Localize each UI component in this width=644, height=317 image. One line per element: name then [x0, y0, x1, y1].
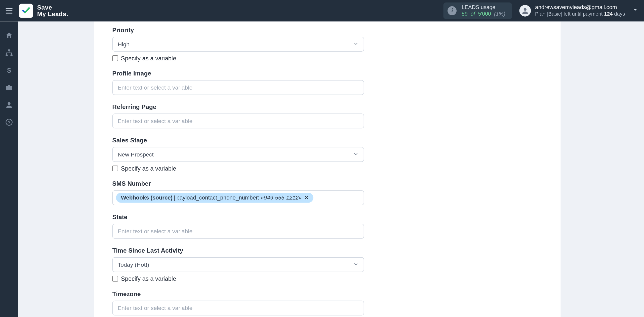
home-icon [5, 31, 13, 40]
input-profile-image[interactable]: Enter text or select a variable [112, 80, 364, 95]
checkbox-row-time-since[interactable]: Specify as a variable [112, 275, 364, 282]
app-logo[interactable] [19, 4, 33, 18]
hamburger-icon [5, 6, 14, 15]
select-priority[interactable]: High [112, 37, 364, 52]
brand-name-line2: My Leads. [37, 11, 68, 18]
svg-rect-9 [8, 85, 10, 86]
avatar [519, 5, 531, 17]
token-remove-button[interactable]: ✕ [304, 194, 309, 202]
input-referring-page-placeholder: Enter text or select a variable [118, 118, 359, 124]
token-source: Webhooks (source) [121, 194, 173, 202]
select-priority-value: High [118, 41, 353, 47]
form-card: Priority High Specify as a variable Prof [94, 21, 560, 317]
dollar-icon: $ [5, 66, 13, 74]
sidebar-item-home[interactable] [0, 27, 18, 44]
input-timezone-placeholder: Enter text or select a variable [118, 305, 359, 311]
input-sms-number[interactable]: Webhooks (source) | payload_contact_phon… [112, 190, 364, 205]
field-sales-stage: Sales Stage New Prospect Specify as a va… [112, 137, 364, 172]
sidebar-item-billing[interactable]: $ [0, 62, 18, 78]
mapping-form: Priority High Specify as a variable Prof [112, 21, 364, 317]
checkbox-row-sales-stage[interactable]: Specify as a variable [112, 165, 364, 172]
chevron-down-icon [632, 7, 638, 13]
input-state[interactable]: Enter text or select a variable [112, 224, 364, 239]
input-profile-image-placeholder: Enter text or select a variable [118, 84, 359, 91]
menu-toggle-button[interactable] [0, 0, 18, 21]
svg-rect-2 [6, 13, 13, 14]
chevron-down-icon [353, 41, 359, 48]
input-timezone[interactable]: Enter text or select a variable [112, 301, 364, 315]
input-state-placeholder: Enter text or select a variable [118, 228, 359, 234]
checkbox-sales-stage-label: Specify as a variable [121, 165, 176, 172]
sidebar-item-profile[interactable] [0, 97, 18, 113]
input-referring-page[interactable]: Enter text or select a variable [112, 113, 364, 128]
label-sms-number: SMS Number [112, 180, 364, 187]
checkbox-sales-stage-variable[interactable] [112, 166, 118, 171]
leads-usage-label: LEADS usage: [462, 4, 505, 11]
label-referring-page: Referring Page [112, 103, 364, 110]
checkbox-time-since-label: Specify as a variable [121, 275, 176, 282]
info-icon: i [448, 6, 457, 15]
sidebar-nav: $ ? [0, 21, 18, 317]
leads-usage-text: LEADS usage: 59 of 5'000 (1%) [462, 4, 505, 17]
main-content: Priority High Specify as a variable Prof [18, 21, 644, 317]
field-sms-number: SMS Number Webhooks (source) | payload_c… [112, 180, 364, 205]
svg-rect-8 [6, 86, 12, 90]
svg-rect-0 [6, 8, 13, 9]
select-time-since[interactable]: Today (Hot!) [112, 257, 364, 272]
brand-name-line1: Save [37, 4, 68, 11]
svg-rect-5 [6, 55, 8, 56]
token-sms-number: Webhooks (source) | payload_contact_phon… [116, 193, 313, 203]
token-key: payload_contact_phone_number: [177, 194, 259, 202]
sitemap-icon [5, 49, 13, 57]
sidebar-item-connections[interactable] [0, 45, 18, 61]
svg-rect-1 [6, 10, 13, 11]
checkmark-icon [21, 6, 30, 15]
user-icon [5, 101, 13, 109]
account-email: andrewsavemyleads@gmail.com [535, 4, 625, 11]
sidebar-item-work[interactable] [0, 79, 18, 96]
label-timezone: Timezone [112, 290, 364, 297]
select-time-since-value: Today (Hot!) [118, 261, 353, 268]
svg-rect-4 [8, 49, 10, 51]
days-left-number: 124 [604, 11, 613, 17]
label-sales-stage: Sales Stage [112, 137, 364, 144]
chevron-down-icon [353, 261, 359, 268]
svg-point-3 [524, 8, 527, 11]
leads-usage-used: 59 [462, 11, 468, 17]
select-sales-stage-value: New Prospect [118, 151, 353, 158]
checkbox-time-since-variable[interactable] [112, 276, 118, 282]
label-profile-image: Profile Image [112, 70, 364, 77]
label-state: State [112, 213, 364, 220]
select-sales-stage[interactable]: New Prospect [112, 147, 364, 162]
label-priority: Priority [112, 26, 364, 33]
field-referring-page: Referring Page Enter text or select a va… [112, 103, 364, 128]
help-icon: ? [5, 118, 13, 126]
account-text: andrewsavemyleads@gmail.com Plan |Basic|… [535, 4, 625, 17]
svg-text:$: $ [7, 66, 11, 74]
checkbox-priority-label: Specify as a variable [121, 55, 176, 61]
chevron-down-icon [353, 151, 359, 158]
checkbox-priority-variable[interactable] [112, 55, 118, 61]
account-plan: Plan |Basic| left until payment 124 days [535, 11, 625, 17]
sidebar-item-help[interactable]: ? [0, 114, 18, 131]
briefcase-icon [5, 83, 13, 92]
account-menu[interactable]: andrewsavemyleads@gmail.com Plan |Basic|… [519, 4, 644, 17]
account-dropdown-toggle[interactable] [632, 7, 638, 15]
leads-usage-indicator[interactable]: i LEADS usage: 59 of 5'000 (1%) [444, 3, 512, 19]
token-value: «949-555-1212» [261, 194, 302, 202]
field-time-since-last-activity: Time Since Last Activity Today (Hot!) Sp… [112, 247, 364, 282]
label-time-since: Time Since Last Activity [112, 247, 364, 254]
person-icon [521, 7, 529, 15]
field-profile-image: Profile Image Enter text or select a var… [112, 70, 364, 95]
field-priority: Priority High Specify as a variable [112, 26, 364, 61]
field-timezone: Timezone Enter text or select a variable [112, 290, 364, 315]
svg-text:?: ? [8, 120, 11, 125]
svg-rect-6 [11, 55, 13, 56]
brand-name: Save My Leads. [37, 4, 68, 18]
field-state: State Enter text or select a variable [112, 213, 364, 239]
checkbox-row-priority[interactable]: Specify as a variable [112, 55, 364, 61]
svg-point-10 [8, 102, 11, 105]
app-header: Save My Leads. i LEADS usage: 59 of 5'00… [0, 0, 644, 21]
